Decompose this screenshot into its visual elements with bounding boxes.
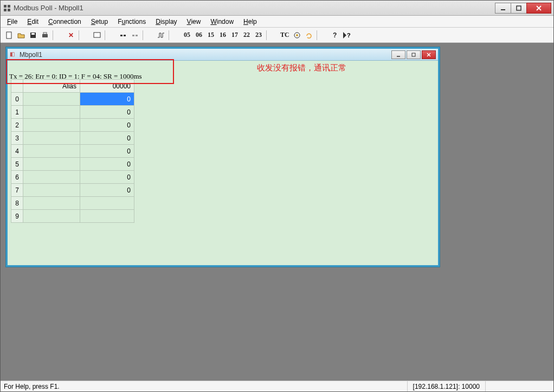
child-body: Alias 00000 001020304050607089 xyxy=(8,76,438,265)
value-cell[interactable] xyxy=(80,210,134,223)
svg-rect-3 xyxy=(8,9,10,11)
child-status-area: Tx = 26: Err = 0: ID = 1: F = 04: SR = 1… xyxy=(8,61,438,76)
row-header[interactable]: 6 xyxy=(11,171,23,184)
fn-16-button[interactable]: 16 xyxy=(217,30,228,41)
alias-cell[interactable] xyxy=(23,158,80,171)
table-row[interactable]: 70 xyxy=(11,184,134,197)
svg-rect-1 xyxy=(8,5,10,8)
value-cell[interactable]: 0 xyxy=(80,171,134,184)
table-row[interactable]: 50 xyxy=(11,158,134,171)
child-minimize-button[interactable] xyxy=(391,50,405,59)
row-header[interactable]: 8 xyxy=(11,197,23,210)
child-maximize-button[interactable] xyxy=(407,50,421,59)
value-cell[interactable] xyxy=(80,197,134,210)
row-header[interactable]: 9 xyxy=(11,210,23,223)
table-row[interactable]: 8 xyxy=(11,197,134,210)
status-line: Tx = 26: Err = 0: ID = 1: F = 04: SR = 1… xyxy=(9,72,142,81)
menu-view[interactable]: View xyxy=(183,17,205,27)
menu-file[interactable]: File xyxy=(3,17,22,27)
row-header[interactable]: 2 xyxy=(11,119,23,132)
menu-connection[interactable]: Connection xyxy=(44,17,86,27)
table-row[interactable]: 10 xyxy=(11,106,134,119)
alias-cell[interactable] xyxy=(23,106,80,119)
fn-22-button[interactable]: 22 xyxy=(241,30,252,41)
alias-cell[interactable] xyxy=(23,119,80,132)
table-row[interactable]: 00 xyxy=(11,93,134,106)
disconnect-icon[interactable] xyxy=(130,30,140,41)
maximize-button[interactable] xyxy=(511,3,527,14)
minimize-button[interactable] xyxy=(495,3,511,14)
menu-edit[interactable]: Edit xyxy=(23,17,43,27)
svg-rect-15 xyxy=(124,35,126,36)
status-empty-pane xyxy=(485,381,550,391)
menu-functions[interactable]: Functions xyxy=(113,17,150,27)
alias-cell[interactable] xyxy=(23,145,80,158)
alias-cell[interactable] xyxy=(23,171,80,184)
statusbar: For Help, press F1. [192.168.1.121]: 100… xyxy=(1,381,553,391)
value-cell[interactable]: 0 xyxy=(80,145,134,158)
table-row[interactable]: 9 xyxy=(11,210,134,223)
separator xyxy=(53,30,63,40)
refresh-icon[interactable] xyxy=(304,30,314,41)
menu-display[interactable]: Display xyxy=(151,17,181,27)
alias-cell[interactable] xyxy=(23,184,80,197)
fn-06-button[interactable]: 06 xyxy=(194,30,204,41)
context-help-icon[interactable]: ? xyxy=(342,30,352,41)
menu-window[interactable]: Window xyxy=(206,17,238,27)
titlebar[interactable]: Modbus Poll - Mbpoll1 xyxy=(1,1,553,16)
svg-rect-16 xyxy=(132,35,134,36)
status-connection: [192.168.1.121]: 10000 xyxy=(407,381,485,391)
separator xyxy=(79,30,89,40)
connect-icon[interactable] xyxy=(118,30,128,41)
alias-cell[interactable] xyxy=(23,93,80,106)
value-cell[interactable]: 0 xyxy=(80,119,134,132)
alias-cell[interactable] xyxy=(23,132,80,145)
svg-rect-13 xyxy=(94,33,100,37)
close-button[interactable] xyxy=(526,3,551,14)
table-row[interactable]: 30 xyxy=(11,132,134,145)
monitor-icon[interactable] xyxy=(92,30,102,41)
fn-15-button[interactable]: 15 xyxy=(205,30,216,41)
value-cell[interactable]: 0 xyxy=(80,132,134,145)
status-help: For Help, press F1. xyxy=(4,383,60,390)
pulse-icon[interactable] xyxy=(156,30,166,41)
value-cell[interactable]: 0 xyxy=(80,93,134,106)
fn-17-button[interactable]: 17 xyxy=(229,30,240,41)
value-cell[interactable]: 0 xyxy=(80,106,134,119)
save-icon[interactable] xyxy=(28,30,38,41)
fn-05-button[interactable]: 05 xyxy=(182,30,192,41)
table-row[interactable]: 40 xyxy=(11,145,134,158)
view-icon[interactable] xyxy=(292,30,302,41)
tc-button[interactable]: TC xyxy=(279,30,291,41)
row-header[interactable]: 1 xyxy=(11,106,23,119)
child-window: ◧ Mbpoll1 Tx = 26: Err = 0: ID = 1: F = … xyxy=(6,47,440,267)
svg-rect-17 xyxy=(136,35,138,36)
alias-cell[interactable] xyxy=(23,197,80,210)
menu-setup[interactable]: Setup xyxy=(87,17,112,27)
help-icon[interactable]: ? xyxy=(330,30,340,41)
open-icon[interactable] xyxy=(16,30,27,41)
table-row[interactable]: 20 xyxy=(11,119,134,132)
row-header[interactable]: 4 xyxy=(11,145,23,158)
new-icon[interactable] xyxy=(4,30,15,41)
table-row[interactable]: 60 xyxy=(11,171,134,184)
row-header[interactable]: 7 xyxy=(11,184,23,197)
menu-help[interactable]: Help xyxy=(239,17,261,27)
value-cell[interactable]: 0 xyxy=(80,184,134,197)
fn-23-button[interactable]: 23 xyxy=(253,30,264,41)
value-cell[interactable]: 0 xyxy=(80,158,134,171)
separator xyxy=(266,30,277,40)
status-highlight-box: Tx = 26: Err = 0: ID = 1: F = 04: SR = 1… xyxy=(6,59,174,84)
alias-cell[interactable] xyxy=(23,210,80,223)
delete-icon[interactable]: ✕ xyxy=(66,30,76,41)
data-grid[interactable]: Alias 00000 001020304050607089 xyxy=(11,79,134,223)
print-icon[interactable] xyxy=(40,30,50,41)
window-buttons xyxy=(495,3,551,14)
svg-rect-12 xyxy=(43,33,47,34)
row-header[interactable]: 5 xyxy=(11,158,23,171)
row-header[interactable]: 0 xyxy=(11,93,23,106)
child-close-button[interactable] xyxy=(422,50,436,59)
main-window: Modbus Poll - Mbpoll1 File Edit Connecti… xyxy=(0,0,554,392)
separator xyxy=(317,30,327,40)
row-header[interactable]: 3 xyxy=(11,132,23,145)
